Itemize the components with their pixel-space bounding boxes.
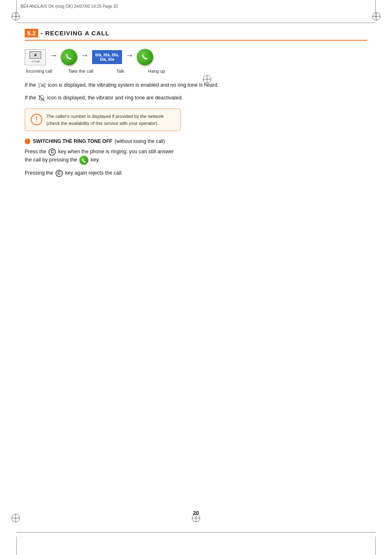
diagram-labels: Incoming call Take the call Talk Hang up — [25, 69, 367, 74]
section-title-text: - RECEIVING A CALL — [41, 30, 110, 37]
green-phone-answer-icon — [79, 156, 88, 165]
arrow-1: → — [49, 51, 58, 60]
crosshair-top-right — [372, 12, 380, 21]
arrow-3: → — [125, 51, 134, 60]
diagram-row: ▣ ↙Call → → bla, bla, bla, bla, bla → — [25, 49, 367, 65]
info-text: The caller's number is displayed if prov… — [46, 113, 164, 127]
inst2-mid: key again rejects the call. — [65, 170, 122, 176]
sub-heading-bold: SWITCHING THE RING TONE OFF — [33, 138, 112, 144]
arrow-2: → — [81, 51, 89, 60]
section-number: 5.2 — [25, 29, 38, 37]
incoming-call-icon: ▣ ↙Call — [25, 49, 46, 65]
sub-heading: SWITCHING THE RING TONE OFF (without los… — [25, 138, 367, 144]
inst2-pre: Pressing the — [25, 170, 53, 176]
talk-box: bla, bla, bla, bla, bla — [92, 50, 122, 64]
talk-text-line1: bla, bla, bla, — [95, 53, 119, 57]
page-number: 20 — [193, 510, 199, 516]
crosshair-top-left — [12, 12, 20, 21]
c-key-icon-2: C — [55, 170, 63, 177]
label-talk: Talk — [109, 69, 131, 74]
bellslash-prefix: If the — [25, 95, 36, 101]
orange-dot-icon — [25, 138, 30, 144]
bellslash-text: icon is displayed, the vibrator and ring… — [47, 95, 183, 101]
label-take: Take the call — [68, 69, 93, 74]
label-incoming: Incoming call — [25, 69, 53, 74]
inst1-pre: Press the — [25, 149, 46, 154]
info-line2: (check the availability of this service … — [46, 121, 159, 126]
c-key-icon: C — [48, 148, 56, 156]
sub-heading-normal: (without losing the call) — [115, 138, 165, 144]
inst1-mid: key when the phone is ringing: you can s… — [58, 149, 174, 154]
info-icon: ! — [31, 114, 42, 125]
instruction-1: Press the C key when the phone is ringin… — [25, 147, 367, 165]
crosshair-bottom-left — [12, 514, 20, 522]
label-hangup: Hang up — [146, 69, 167, 74]
vibrate-text: icon is displayed, the vibrating system … — [48, 82, 219, 88]
page-header: BE4 ANGLAIS OK (msg OK) 24/07/00 14:26 P… — [21, 4, 371, 9]
info-line1: The caller's number is displayed if prov… — [46, 114, 164, 119]
inst1-final: key. — [91, 157, 100, 163]
inst1-end: the call by pressing the — [25, 157, 77, 163]
hangup-icon — [137, 49, 153, 65]
take-call-icon — [61, 49, 77, 65]
vibrate-icon: |⇲| — [38, 81, 46, 90]
info-box: ! The caller's number is displayed if pr… — [25, 108, 181, 131]
main-content: 5.2 - RECEIVING A CALL ▣ ↙Call → → — [25, 29, 367, 181]
instruction-2: Pressing the C key again rejects the cal… — [25, 169, 367, 177]
talk-text-line2: bla, bla — [95, 57, 119, 62]
bell-slash-icon — [38, 95, 45, 101]
para-bellslash: If the icon is displayed, the vibrator a… — [25, 94, 367, 102]
vibrate-prefix: If the — [25, 82, 36, 88]
header-text: BE4 ANGLAIS OK (msg OK) 24/07/00 14:26 P… — [21, 4, 118, 9]
para-vibrate: If the |⇲| icon is displayed, the vibrat… — [25, 81, 367, 90]
section-title: 5.2 - RECEIVING A CALL — [25, 29, 367, 41]
